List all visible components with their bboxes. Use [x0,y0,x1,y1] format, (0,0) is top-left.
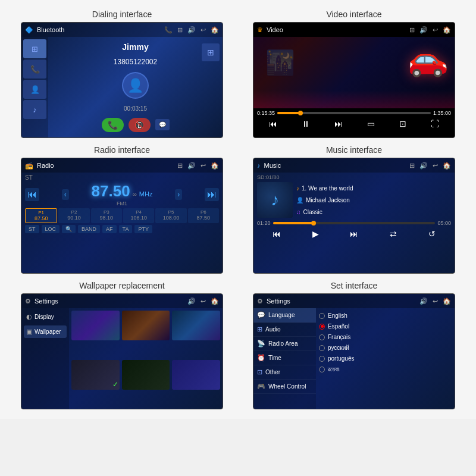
music-progress-bar[interactable] [273,222,436,224]
set-menu-other[interactable]: ⊡ Other [253,365,316,380]
music-back-icon[interactable]: ↩ [433,162,438,170]
wheel-icon: 🎮 [257,383,265,390]
lang-option-portuguese[interactable]: português [319,354,452,363]
music-body: SD:01/80 ♪ ♪ 1. We are the world 👤 Micha… [253,173,455,273]
wallpaper-thumb-5[interactable] [122,360,170,390]
radio-next-btn[interactable]: › [175,189,182,200]
dial-keypad-toggle[interactable]: ⊞ [202,43,220,61]
preset-4-label: P4 [124,209,153,215]
equalizer-icon: ⊞ [177,26,183,34]
radio-section: Radio interface 📻 Radio ⊞ 🔊 ↩ 🏠 ST ⏮ ‹ [6,142,238,277]
music-next-btn[interactable]: ⏭ [347,228,361,240]
radio-preset-2[interactable]: P2 90.10 [58,208,89,223]
video-settings-icon: ⊞ [409,26,415,34]
video-screen: ♛ Video ⊞ 🔊 ↩ 🏠 🚗 🌃 0:15:35 [253,22,455,138]
radio-band-label: FM1 [92,201,153,206]
lang-option-other[interactable]: ৱতেবা৷ [319,365,452,374]
radio-preset-1[interactable]: P1 87.50 [25,208,57,223]
back-icon[interactable]: ↩ [201,26,206,34]
music-shuffle-btn[interactable]: ⇄ [387,228,399,240]
radio-first-btn[interactable]: ⏮ [25,188,39,201]
call-buttons: 📞 📵 💬 [102,118,170,132]
set-language-content: English Español Français русски [316,308,455,409]
lang-option-francais[interactable]: Français [319,333,452,342]
radioarea-icon: 📡 [257,340,265,347]
video-section: Video interface ♛ Video ⊞ 🔊 ↩ 🏠 🚗 🌃 [238,6,470,142]
wp-menu-display[interactable]: ◐ Display [24,311,67,323]
set-back-icon[interactable]: ↩ [433,298,438,305]
music-home-icon[interactable]: 🏠 [443,162,451,170]
home-icon[interactable]: 🏠 [211,26,219,34]
message-btn[interactable]: 💬 [155,119,170,130]
radio-pty-btn[interactable]: PTY [134,225,152,233]
lang-option-russian[interactable]: русский [319,343,452,352]
hangup-btn[interactable]: 📵 [129,118,151,132]
audio-label: Audio [265,326,281,333]
lang-radio-espanol [319,324,325,330]
video-next-btn[interactable]: ⏭ [332,118,345,130]
lang-text-francais: Français [328,334,350,340]
set-menu-radioarea[interactable]: 📡 Radio Area [253,337,316,351]
settings-section: Set interface ⚙ Settings 🔊 ↩ 🏠 💬 Languag… [238,277,470,413]
wallpaper-thumb-1[interactable] [71,311,120,340]
settings-header: ⚙ Settings 🔊 ↩ 🏠 [253,294,455,308]
radio-last-btn[interactable]: ⏭ [205,188,219,201]
set-menu-time[interactable]: ⏰ Time [253,351,316,365]
video-btn-row: ⏮ ⏸ ⏭ ▭ ⊡ ⛶ [257,118,451,130]
radio-af-btn[interactable]: AF [102,225,117,233]
video-play-btn[interactable]: ⏸ [299,118,312,130]
set-home-icon[interactable]: 🏠 [443,298,451,305]
radio-preset-3[interactable]: P3 98.10 [91,208,122,223]
genre-label: Classic [303,209,322,215]
contacts-btn[interactable]: 📞 [23,60,46,79]
music-repeat-btn[interactable]: ↺ [426,228,438,240]
wp-back-icon[interactable]: ↩ [201,298,206,305]
music-play-btn[interactable]: ▶ [310,228,321,240]
video-back-icon[interactable]: ↩ [433,26,438,34]
music-nav-btn[interactable]: ♪ [23,100,46,119]
radio-st-btn[interactable]: ST [25,225,39,233]
wp-home-icon[interactable]: 🏠 [211,298,219,305]
video-title: Video interface [326,10,381,19]
radio-home-icon[interactable]: 🏠 [211,162,219,170]
music-prev-btn[interactable]: ⏮ [270,228,283,240]
dialing-header-icons: 📞 ⊞ 🔊 ↩ 🏠 [164,26,219,34]
radio-band-btn[interactable]: BAND [78,225,100,233]
video-fullscreen-btn[interactable]: ⛶ [428,118,441,130]
wallpaper-thumb-6[interactable] [172,360,220,390]
radio-back-icon[interactable]: ↩ [201,162,206,170]
set-menu-audio[interactable]: ⊞ Audio [253,322,316,337]
video-prev-btn[interactable]: ⏮ [267,118,280,130]
wallpaper-section: Wallpaper replacement ⚙ Settings 🔊 ↩ 🏠 ◐… [6,277,238,413]
wallpaper-thumb-2[interactable] [122,311,170,340]
radio-preset-4[interactable]: P4 106.10 [123,208,154,223]
music-progress-dot [311,221,316,226]
radio-preset-5[interactable]: P5 108.00 [155,208,186,223]
video-home-icon[interactable]: 🏠 [443,26,451,34]
wallpaper-thumb-4[interactable]: ✓ [71,360,120,390]
wheel-label: Wheel Control [268,383,306,390]
wallpaper-thumb-3[interactable] [172,311,220,340]
radio-ta-btn[interactable]: TA [119,225,133,233]
video-repeat-btn[interactable]: ⊡ [397,118,409,130]
lang-option-english[interactable]: English [319,311,452,320]
radio-loc-btn[interactable]: LOC [42,225,60,233]
video-progress-bar[interactable] [277,112,431,114]
radio-preset-6[interactable]: P6 87.50 [188,208,219,223]
music-header-title: Music [264,162,406,169]
lang-option-espanol[interactable]: Español [319,322,452,331]
recent-btn[interactable]: 👤 [23,80,46,99]
video-screen-btn[interactable]: ▭ [365,118,377,130]
music-settings-icon: ⊞ [409,162,415,170]
preset-5-freq: 108.00 [156,215,185,221]
keypad-btn[interactable]: ⊞ [23,39,46,58]
radio-prev-btn[interactable]: ‹ [62,189,69,200]
set-menu-language[interactable]: 💬 Language [253,308,316,322]
radio-search-btn[interactable]: 🔍 [62,225,76,233]
set-volume-icon: 🔊 [419,298,428,305]
contact-name: Jimmy [122,42,148,52]
answer-btn[interactable]: 📞 [102,118,124,132]
set-menu-wheel[interactable]: 🎮 Wheel Control [253,380,316,394]
wp-menu-wallpaper[interactable]: ▣ Wallpaper [24,325,67,338]
music-time-current: 01:20 [257,220,271,226]
